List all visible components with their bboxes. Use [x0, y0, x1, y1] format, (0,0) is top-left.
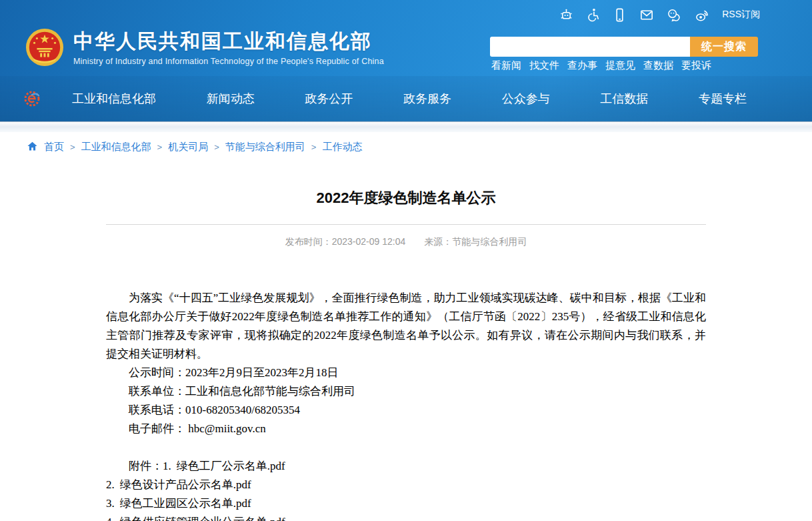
nav-item-public-participation[interactable]: 公众参与 — [502, 91, 550, 107]
page: RSS订阅 中华人民共和国工业和信息化部 Ministry of In — [0, 0, 812, 521]
article: 2022年度绿色制造名单公示 发布时间：2023-02-09 12:04来源：节… — [106, 188, 706, 521]
attachments-first-line: 附件：1.绿色工厂公示名单.pdf — [106, 457, 706, 476]
attachment-link[interactable]: 4.绿色供应链管理企业公示名单.pdf — [106, 513, 706, 521]
contact-email-line: 电子邮件： hbc@miit.gov.cn — [106, 420, 706, 438]
quick-link-suggestions[interactable]: 提意见 — [605, 59, 635, 72]
topbar: RSS订阅 — [559, 5, 760, 24]
quick-link-news[interactable]: 看新闻 — [491, 59, 521, 72]
breadcrumb-work-updates[interactable]: 工作动态 — [322, 141, 362, 153]
miit-e-logo-icon — [23, 89, 41, 108]
home-icon[interactable] — [27, 141, 38, 153]
article-title: 2022年度绿色制造名单公示 — [106, 188, 706, 208]
breadcrumb-separator: > — [70, 142, 75, 152]
title-divider — [106, 224, 706, 225]
quick-link-files[interactable]: 找文件 — [529, 59, 559, 72]
wechat-icon[interactable] — [666, 7, 683, 23]
quick-links: 看新闻 找文件 查办事 提意见 查数据 要投诉 — [491, 59, 711, 72]
article-meta: 发布时间：2023-02-09 12:04来源：节能与综合利用司 — [106, 236, 706, 248]
breadcrumb-separator: > — [157, 142, 163, 152]
publish-time-label: 发布时间： — [285, 236, 332, 247]
publish-time-value: 2023-02-09 12:04 — [332, 236, 406, 247]
contact-phone-line: 联系电话：010-68205340/68205354 — [106, 401, 706, 420]
main-nav: 工业和信息化部 新闻动态 政务公开 政务服务 公众参与 工信数据 专题专栏 — [0, 76, 812, 122]
site-title: 中华人民共和国工业和信息化部 — [73, 29, 384, 53]
spacer-line — [106, 438, 706, 457]
article-paragraph: 为落实《“十四五”工业绿色发展规划》，全面推行绿色制造，助力工业领域实现碳达峰、… — [106, 289, 706, 364]
site-titles: 中华人民共和国工业和信息化部 Ministry of Industry and … — [73, 29, 384, 66]
attachment-link[interactable]: 1.绿色工厂公示名单.pdf — [163, 460, 285, 472]
mobile-icon[interactable] — [612, 7, 627, 23]
national-emblem-logo — [25, 28, 64, 67]
header-shadow-divider — [0, 121, 812, 132]
breadcrumb: 首页 > 工业和信息化部 > 机关司局 > 节能与综合利用司 > 工作动态 — [0, 132, 812, 161]
publicity-period-line: 公示时间：2023年2月9日至2023年2月18日 — [106, 364, 706, 382]
breadcrumb-miit[interactable]: 工业和信息化部 — [81, 141, 151, 153]
attachments-label: 附件： — [129, 460, 163, 472]
attachment-link[interactable]: 3.绿色工业园区公示名单.pdf — [106, 494, 706, 513]
breadcrumb-energy-dept[interactable]: 节能与综合利用司 — [225, 141, 305, 153]
breadcrumb-home[interactable]: 首页 — [44, 141, 64, 153]
article-body: 为落实《“十四五”工业绿色发展规划》，全面推行绿色制造，助力工业领域实现碳达峰、… — [106, 289, 706, 521]
breadcrumb-departments[interactable]: 机关司局 — [168, 141, 208, 153]
nav-item-miit[interactable]: 工业和信息化部 — [72, 91, 156, 107]
accessibility-icon[interactable] — [585, 7, 601, 23]
mail-icon[interactable] — [639, 7, 655, 23]
assistant-robot-icon[interactable] — [559, 7, 574, 23]
nav-item-industry-data[interactable]: 工信数据 — [600, 91, 648, 107]
quick-link-data[interactable]: 查数据 — [643, 59, 673, 72]
contact-unit-line: 联系单位：工业和信息化部节能与综合利用司 — [106, 382, 706, 401]
nav-item-news[interactable]: 新闻动态 — [207, 91, 255, 107]
site-subtitle: Ministry of Industry and Information Tec… — [73, 57, 384, 66]
breadcrumb-separator: > — [214, 142, 219, 152]
nav-item-gov-services[interactable]: 政务服务 — [403, 91, 451, 107]
nav-item-gov-disclosure[interactable]: 政务公开 — [305, 91, 353, 107]
search-button[interactable]: 统一搜索 — [690, 37, 758, 57]
breadcrumb-separator: > — [311, 142, 317, 152]
quick-link-services[interactable]: 查办事 — [567, 59, 597, 72]
site-header: RSS订阅 中华人民共和国工业和信息化部 Ministry of In — [0, 0, 812, 121]
attachment-link[interactable]: 2.绿色设计产品公示名单.pdf — [106, 476, 706, 494]
weibo-icon[interactable] — [694, 7, 711, 23]
quick-link-complaints[interactable]: 要投诉 — [681, 59, 711, 72]
search-input[interactable] — [490, 37, 690, 57]
rss-subscribe-link[interactable]: RSS订阅 — [722, 9, 760, 21]
source-value: 节能与综合利用司 — [452, 236, 527, 247]
source-label: 来源： — [424, 236, 452, 247]
nav-item-special-topics[interactable]: 专题专栏 — [699, 91, 747, 107]
search-area: 统一搜索 — [490, 37, 758, 57]
nav-items: 工业和信息化部 新闻动态 政务公开 政务服务 公众参与 工信数据 专题专栏 — [72, 76, 747, 121]
